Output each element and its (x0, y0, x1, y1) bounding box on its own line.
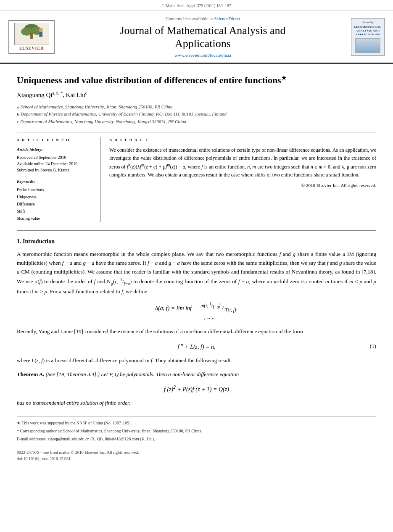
sciencedirect-link[interactable]: ScienceDirect (214, 16, 240, 21)
affil-sup-c: c (17, 119, 18, 125)
theorem-a: Theorem A. (See [19, Theorem 3.4].) Let … (17, 370, 376, 379)
section-divider (17, 230, 376, 231)
journal-thumbnail: Journal of MATHEMATICALANALYSIS ANDAPPLI… (351, 18, 385, 56)
theorem-a-formula: f (z)2 + P(z)f (z + 1) = Q(z) (17, 384, 376, 394)
elsevier-brand-text: ELSEVIER (19, 45, 44, 51)
top-citation: J. Math. Anal. Appl. 379 (2011) 180–187 (0, 0, 393, 11)
main-content: Uniqueness and value distribution of dif… (0, 64, 393, 470)
history-section: Article history: Received 23 September 2… (17, 146, 94, 173)
theorem-a-conclusion-text: has no transcendental entire solution of… (17, 400, 130, 406)
author2-sup: c (85, 91, 87, 95)
footnotes: ★ This work was supported by the NNSF of… (17, 416, 376, 442)
svg-point-6 (39, 28, 43, 32)
affil-text-c: Department of Mathematics, Nanchang Univ… (20, 118, 186, 126)
article-title: Uniqueness and value distribution of dif… (17, 74, 376, 87)
article-info-column: A R T I C L E I N F O Article history: R… (17, 137, 101, 222)
history-label: Article history: (17, 146, 94, 153)
theorem-a-conclusion: has no transcendental entire solution of… (17, 399, 376, 408)
footnote-corresponding: * Corresponding author at: School of Mat… (17, 428, 376, 435)
journal-title-center: Contents lists available at ScienceDirec… (59, 15, 347, 58)
theorem-a-ref: (See [19, Theorem 3.4].) (46, 371, 101, 377)
author2-name: , Kai Liu (63, 92, 85, 98)
affil-sup-b: b (17, 111, 19, 117)
keyword-5: Sharing value (17, 215, 94, 222)
available-date: Available online 24 December 2010 (17, 161, 94, 167)
copyright-line: © 2010 Elsevier Inc. All rights reserved… (109, 182, 376, 189)
page-container: J. Math. Anal. Appl. 379 (2011) 180–187 (0, 0, 393, 470)
keyword-1: Entire functions (17, 186, 94, 193)
theorem-a-title: Theorem A. (17, 371, 44, 377)
citation-text: J. Math. Anal. Appl. 379 (2011) 180–187 (162, 3, 231, 8)
article-info-title: A R T I C L E I N F O (17, 137, 94, 143)
received-date: Received 23 September 2010 (17, 154, 94, 161)
footnote-email: E-mail addresses: xiaoqp@mail.sdu.edu.cn… (17, 436, 376, 442)
equation-1: f n + L(z, f) = h, (1) (17, 341, 376, 351)
author1-sup: a, b, * (53, 91, 63, 95)
delta-formula: δ(a, f) = lim inf m(r, 1/f−a) / T(r, f).… (17, 301, 376, 323)
contents-label: Contents lists available at (166, 16, 213, 21)
bottom-line1: 0022-247X/$ – see front matter © 2010 El… (17, 449, 376, 456)
keyword-2: Uniqueness (17, 193, 94, 200)
svg-rect-7 (39, 32, 42, 37)
affil-a: a School of Mathematics, Shandong Univer… (17, 103, 376, 111)
elsevier-logo: ELSEVIER (8, 20, 55, 54)
intro-paragraph-2: Recently, Yang and Laine [19] considered… (17, 327, 376, 336)
keywords-section: Keywords: Entire functions Uniqueness Di… (17, 178, 94, 222)
two-col-section: A R T I C L E I N F O Article history: R… (17, 132, 376, 222)
journal-url[interactable]: www.elsevier.com/locate/jmaa (59, 52, 347, 59)
author1-name: Xiaoguang Qi (17, 92, 53, 98)
bottom-bar: 0022-247X/$ – see front matter © 2010 El… (17, 447, 376, 462)
journal-header: ELSEVIER Contents lists available at Sci… (0, 11, 393, 64)
elsevier-graphic-svg (14, 23, 50, 45)
abstract-text: We consider the existence of transcenden… (109, 146, 376, 179)
affil-sup-a: a (17, 104, 19, 110)
section-heading: Introduction (23, 238, 55, 245)
intro-paragraph-1: A meromorphic function means meromorphic… (17, 250, 376, 296)
eq1-number: (1) (370, 342, 376, 350)
affil-b: b Department of Physics and Mathematics,… (17, 111, 376, 118)
theorem-a-text: Let P, Q be polynomials. Then a non-line… (101, 371, 239, 377)
eq1-formula-text: f n + L(z, f) = h, (177, 341, 215, 351)
abstract-column: A B S T R A C T We consider the existenc… (109, 137, 376, 222)
section-title: 1. Introduction (17, 237, 376, 246)
affiliations: a School of Mathematics, Shandong Univer… (17, 103, 376, 126)
affil-text-b: Department of Physics and Mathematics, U… (21, 111, 227, 118)
footnote-star: ★ This work was supported by the NNSF of… (17, 420, 376, 427)
title-star: ★ (281, 75, 287, 81)
abstract-title: A B S T R A C T (109, 137, 376, 143)
theorem-a-formula-text: f (z)2 + P(z)f (z + 1) = Q(z) (164, 384, 229, 394)
authors-line: Xiaoguang Qia, b, *, Kai Liuc (17, 90, 376, 100)
section-number: 1. (17, 238, 21, 245)
journal-thumb-box: Journal of MATHEMATICALANALYSIS ANDAPPLI… (351, 18, 385, 56)
keyword-3: Difference (17, 200, 94, 208)
submitted-by: Submitted by Steven G. Krantz (17, 167, 94, 173)
keywords-label: Keywords: (17, 178, 94, 184)
affil-text-a: School of Mathematics, Shandong Universi… (21, 103, 173, 111)
keyword-4: Shift (17, 208, 94, 215)
intro-paragraph-3: where L(z, f) is a linear differential–d… (17, 356, 376, 365)
affil-c: c Department of Mathematics, Nanchang Un… (17, 118, 376, 126)
elsevier-logo-box: ELSEVIER (8, 20, 55, 54)
svg-rect-4 (30, 33, 33, 39)
contents-link: Contents lists available at ScienceDirec… (59, 15, 347, 22)
bottom-line2: doi:10.1016/j.jmaa.2010.12.031 (17, 456, 376, 462)
delta-formula-text: δ(a, f) = lim inf m(r, 1/f−a) / T(r, f).… (156, 301, 238, 323)
journal-main-title: Journal of Mathematical Analysis and App… (59, 24, 347, 50)
